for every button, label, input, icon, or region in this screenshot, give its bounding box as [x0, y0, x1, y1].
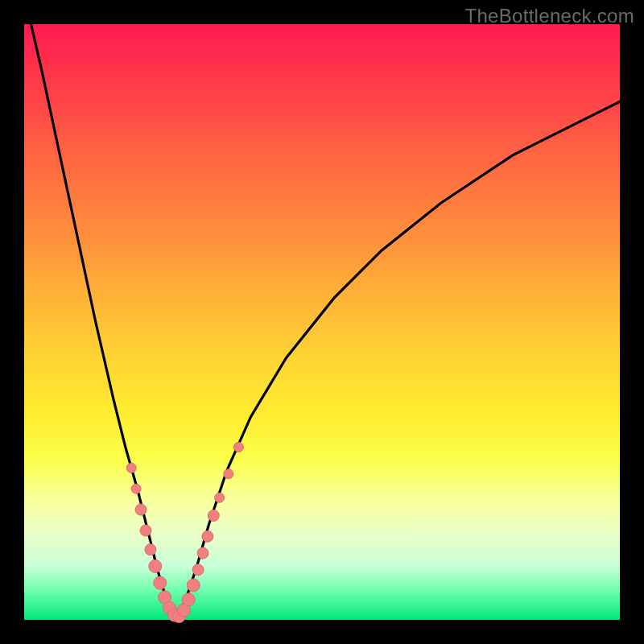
data-marker — [135, 504, 147, 515]
data-marker — [182, 593, 195, 606]
plot-area — [24, 24, 620, 620]
data-marker — [197, 547, 208, 559]
data-marker — [140, 525, 151, 536]
data-marker — [233, 442, 243, 452]
bottleneck-curve — [24, 0, 620, 617]
data-marker — [192, 564, 204, 576]
data-marker — [126, 463, 136, 473]
data-marker — [149, 559, 162, 572]
watermark-text: TheBottleneck.com — [464, 5, 634, 27]
data-marker — [131, 484, 141, 493]
data-marker — [224, 469, 233, 479]
data-marker — [187, 579, 200, 592]
chart-frame: TheBottleneck.com — [0, 0, 644, 644]
data-markers — [126, 442, 243, 622]
data-marker — [208, 510, 219, 522]
chart-svg — [24, 24, 620, 620]
data-marker — [154, 576, 167, 589]
data-marker — [202, 530, 213, 542]
data-marker — [215, 493, 225, 502]
data-marker — [145, 544, 156, 555]
